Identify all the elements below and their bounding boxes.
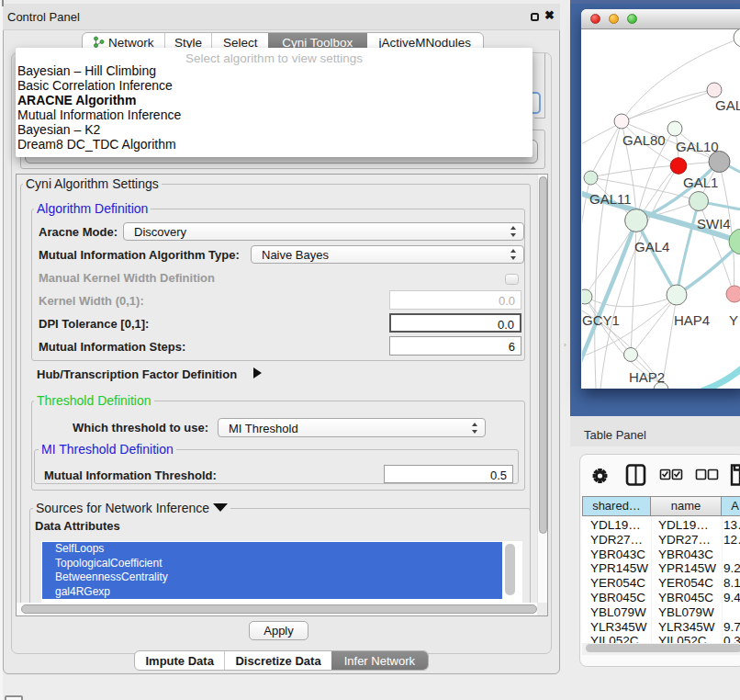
svg-text:GAL4: GAL4 (634, 239, 669, 254)
svg-text:GCY1: GCY1 (582, 312, 620, 328)
svg-text:SWI4: SWI4 (697, 216, 731, 231)
svg-text:Y: Y (729, 312, 738, 328)
svg-text:GAL11: GAL11 (589, 191, 632, 207)
svg-text:HAP2: HAP2 (629, 369, 665, 385)
svg-text:HAP4: HAP4 (674, 312, 710, 328)
svg-text:GAL1: GAL1 (683, 175, 718, 190)
svg-text:GAL7: GAL7 (715, 97, 740, 113)
svg-text:GAL10: GAL10 (676, 139, 719, 154)
svg-text:GAL80: GAL80 (622, 132, 666, 148)
